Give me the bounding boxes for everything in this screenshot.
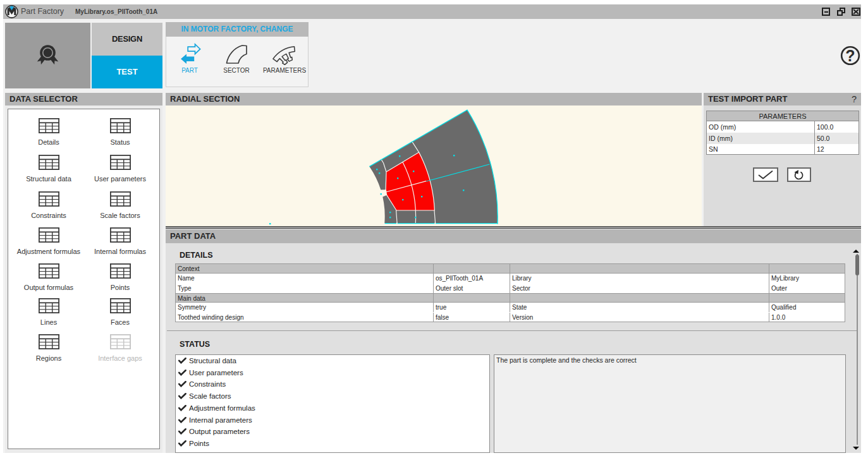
svg-text:?: ?: [845, 47, 855, 64]
